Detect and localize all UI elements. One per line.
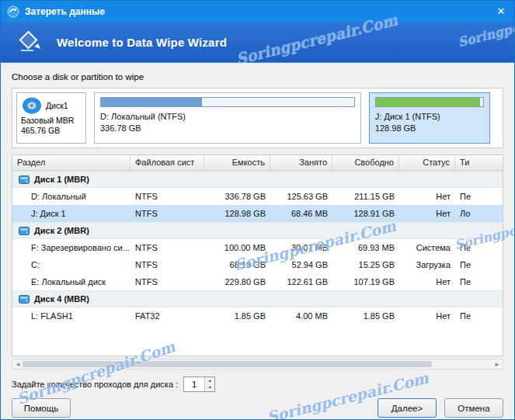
column-header[interactable]: Файловая сист bbox=[130, 155, 204, 170]
cell: NTFS bbox=[130, 277, 204, 286]
cell: 30.07 MB bbox=[270, 243, 332, 252]
cell: Система bbox=[399, 243, 455, 252]
partition-row[interactable]: C:NTFS68.19 GB52.94 GB15.25 GBЗагрузкаПе bbox=[12, 256, 503, 273]
help-button[interactable]: Помощь bbox=[12, 398, 71, 418]
cell: Загрузка bbox=[399, 260, 455, 269]
cancel-button[interactable]: Отмена bbox=[444, 398, 503, 418]
titlebar: Затереть данные ✕ bbox=[1, 1, 514, 23]
disk-group-row[interactable]: Диск 4 (MBR) bbox=[12, 290, 503, 307]
cell: L: FLASH1 bbox=[12, 311, 130, 321]
cell: 211.15 GB bbox=[332, 192, 399, 201]
column-header[interactable]: Раздел bbox=[12, 155, 130, 170]
dialog-footer: Помощь Далее> Отмена bbox=[1, 398, 514, 418]
cell: 4.00 MB bbox=[270, 311, 332, 321]
partitions-table: РазделФайловая систЕмкостьЗанятоСвободно… bbox=[12, 154, 503, 356]
partition-row[interactable]: D: ЛокальныйNTFS336.78 GB125.63 GB211.15… bbox=[12, 188, 503, 205]
disk-overview-strip: Диск1 Базовый MBR 465.76 GB D: Локальный… bbox=[12, 88, 503, 148]
partition-box[interactable]: D: Локальный (NTFS)336.78 GB bbox=[94, 92, 361, 144]
cell: E: Локальный диск bbox=[12, 277, 130, 286]
disk-group-label: Диск 2 (MBR) bbox=[12, 226, 503, 235]
cell: NTFS bbox=[130, 192, 204, 201]
partition-row[interactable]: J: Диск 1NTFS128.98 GB68.46 MB128.91 GBН… bbox=[12, 205, 503, 222]
cell: Нет bbox=[399, 311, 455, 321]
spin-up-icon[interactable]: ▴ bbox=[205, 377, 214, 384]
disk-name: Диск1 bbox=[46, 101, 68, 110]
partition-usage-bar bbox=[100, 97, 355, 107]
cell: C: bbox=[12, 260, 130, 269]
wizard-icon bbox=[13, 30, 44, 55]
window-title: Затереть данные bbox=[25, 6, 487, 17]
dialog-body: Choose a disk or partition to wipe Диск1… bbox=[1, 63, 514, 392]
partition-label: D: Локальный (NTFS) bbox=[100, 112, 355, 121]
cell: 100.00 MB bbox=[204, 243, 270, 252]
passes-input[interactable] bbox=[184, 377, 204, 391]
horizontal-scrollbar[interactable]: ◄ ► bbox=[12, 359, 503, 370]
cell: 1.85 GB bbox=[332, 311, 399, 321]
partition-row[interactable]: F: Зарезервировано си...NTFS100.00 MB30.… bbox=[12, 239, 503, 256]
disk-group-label: Диск 4 (MBR) bbox=[12, 294, 503, 304]
cell: 107.19 GB bbox=[332, 277, 399, 286]
disk-icon bbox=[19, 295, 30, 304]
disk-type: Базовый MBR bbox=[21, 116, 82, 125]
scroll-right-icon[interactable]: ► bbox=[493, 361, 501, 368]
disk-group-label: Диск 1 (MBR) bbox=[12, 175, 503, 184]
cell: 1.85 GB bbox=[204, 311, 270, 321]
partition-usage-fill bbox=[101, 98, 202, 106]
cell: 68.19 GB bbox=[204, 260, 270, 269]
column-header[interactable]: Емкость bbox=[204, 155, 270, 170]
partition-size: 128.98 GB bbox=[375, 123, 484, 133]
disk-info-box[interactable]: Диск1 Базовый MBR 465.76 GB bbox=[16, 92, 86, 144]
table-body: Диск 1 (MBR)D: ЛокальныйNTFS336.78 GB125… bbox=[12, 171, 503, 356]
cell: Нет bbox=[399, 192, 455, 201]
passes-label: Задайте количество проходов для диска : bbox=[12, 380, 178, 389]
column-header[interactable]: Свободно bbox=[332, 155, 399, 170]
column-header[interactable]: Статус bbox=[399, 155, 455, 170]
app-icon bbox=[7, 5, 19, 18]
cell: J: Диск 1 bbox=[12, 209, 130, 218]
partition-box[interactable]: J: Диск 1 (NTFS)128.98 GB bbox=[369, 92, 490, 144]
scrollbar-thumb[interactable] bbox=[23, 361, 432, 367]
partition-size: 336.78 GB bbox=[100, 123, 355, 133]
cell: 128.91 GB bbox=[332, 209, 399, 218]
cell: Ло bbox=[455, 209, 503, 218]
cell: 125.63 GB bbox=[270, 192, 332, 201]
cell: 15.25 GB bbox=[332, 260, 399, 269]
disk-group-row[interactable]: Диск 2 (MBR) bbox=[12, 222, 503, 239]
close-icon[interactable]: ✕ bbox=[492, 3, 510, 20]
column-header[interactable]: Ти bbox=[455, 155, 503, 170]
cell: Пе bbox=[455, 192, 503, 201]
cell: 229.80 GB bbox=[204, 277, 270, 286]
cell: NTFS bbox=[130, 209, 204, 218]
disk-icon bbox=[21, 96, 43, 115]
cell: F: Зарезервировано си... bbox=[12, 243, 130, 252]
cell: NTFS bbox=[130, 243, 204, 252]
passes-spinbox: ▴ ▾ bbox=[183, 377, 215, 392]
partition-row[interactable]: L: FLASH1FAT321.85 GB4.00 MB1.85 GBНетПе bbox=[12, 307, 503, 325]
scroll-left-icon[interactable]: ◄ bbox=[14, 361, 22, 368]
disk-group-row[interactable]: Диск 1 (MBR) bbox=[12, 171, 503, 188]
disk-icon bbox=[19, 227, 30, 235]
cell: Нет bbox=[399, 277, 455, 286]
cell: 128.98 GB bbox=[204, 209, 270, 218]
wizard-header: Welcome to Data Wipe Wizard bbox=[1, 23, 514, 63]
cell: Нет bbox=[399, 209, 455, 218]
column-header[interactable]: Занято bbox=[270, 155, 332, 170]
partition-label: J: Диск 1 (NTFS) bbox=[375, 112, 484, 121]
table-header-row: РазделФайловая систЕмкостьЗанятоСвободно… bbox=[12, 155, 503, 171]
cell: 122.61 GB bbox=[270, 277, 332, 286]
next-button[interactable]: Далее> bbox=[378, 398, 437, 418]
wizard-title: Welcome to Data Wipe Wizard bbox=[57, 36, 227, 49]
partition-row[interactable]: E: Локальный дискNTFS229.80 GB122.61 GB1… bbox=[12, 273, 503, 290]
cell: Пе bbox=[455, 260, 503, 269]
cell: 69.93 MB bbox=[332, 243, 399, 252]
spin-down-icon[interactable]: ▾ bbox=[205, 384, 214, 391]
cell: Пе bbox=[455, 243, 503, 252]
disk-size: 465.76 GB bbox=[21, 126, 82, 135]
cell: 68.46 MB bbox=[270, 209, 332, 218]
passes-row: Задайте количество проходов для диска : … bbox=[12, 377, 503, 392]
partition-usage-fill bbox=[376, 98, 480, 106]
cell: Пе bbox=[455, 277, 503, 286]
partition-boxes: D: Локальный (NTFS)336.78 GBJ: Диск 1 (N… bbox=[94, 92, 499, 144]
instruction-label: Choose a disk or partition to wipe bbox=[12, 72, 503, 82]
cell: NTFS bbox=[130, 260, 204, 269]
